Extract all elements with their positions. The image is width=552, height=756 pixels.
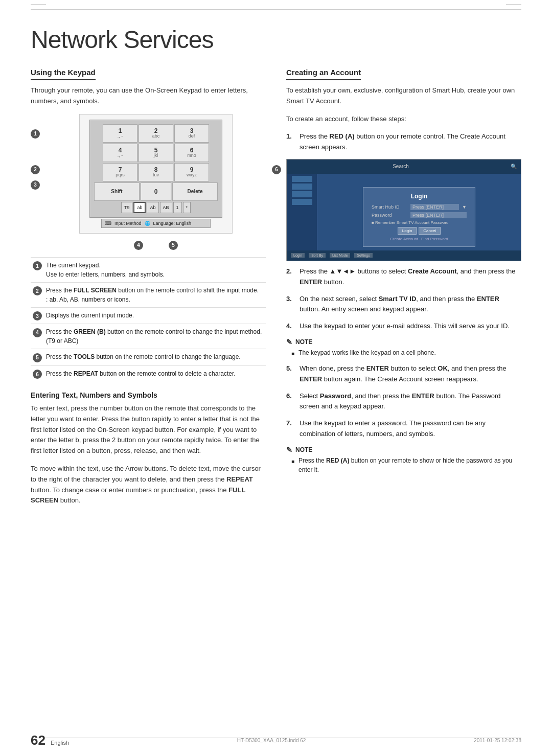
two-column-layout: Using the Keypad Through your remote, yo… (31, 68, 521, 513)
callout-1: 1 (31, 129, 40, 139)
language-footer: English (51, 740, 69, 746)
key-4[interactable]: 4 ., - (103, 144, 137, 162)
step-5-text: When done, press the ENTER button to sel… (300, 363, 521, 385)
note-box-2: ✎ NOTE ■ Press the RED (A) button on you… (286, 446, 521, 474)
screen-main: Login Smart Hub ID Press [ENTER] ▼ Passw… (317, 174, 521, 261)
password-value: Press [ENTER] (410, 212, 467, 218)
screen-top-bar: Search 🔍 (287, 159, 521, 174)
annotation-row-1: 1 The current keypad.Use to enter letter… (31, 257, 266, 282)
note-header-2: ✎ NOTE (286, 446, 521, 454)
key-8[interactable]: 8 tuv (139, 163, 173, 181)
creating-account-title: Creating an Account (286, 68, 361, 80)
annotation-4-text: Press the GREEN (B) button on the remote… (46, 328, 262, 345)
top-line (31, 9, 521, 10)
screen-sidebar (287, 174, 317, 261)
step-3: 3. On the next screen, select Smart TV I… (286, 294, 521, 315)
cancel-btn[interactable]: Cancel (419, 227, 441, 235)
key-9[interactable]: 9 wxyz (174, 163, 209, 181)
using-keypad-title: Using the Keypad (31, 68, 96, 80)
annotation-table: 1 The current keypad.Use to enter letter… (31, 257, 266, 382)
login-bottom-btn[interactable]: Login (291, 253, 305, 258)
step-2-text: Press the ▲▼◄► buttons to select Create … (300, 266, 521, 288)
login-buttons: Login Cancel (372, 227, 467, 235)
smart-hub-id-field: Smart Hub ID Press [ENTER] ▼ (372, 204, 467, 210)
remember-checkbox: ■ Remember Smart TV Account Password (372, 220, 467, 225)
key-shift[interactable]: Shift (94, 182, 140, 201)
key-5[interactable]: 5 jkl (139, 144, 173, 162)
mode-star[interactable]: * (183, 202, 191, 213)
top-line-right (506, 4, 521, 5)
note-1-text: The keypad works like the keypad on a ce… (298, 348, 436, 357)
create-account-link[interactable]: Create Account (390, 237, 418, 241)
creating-account-intro1: To establish your own, exclusive, config… (286, 85, 521, 107)
annotation-3-text: Displays the current input mode. (44, 307, 266, 324)
annotation-6-text: Press the REPEAT button on the remote co… (46, 370, 236, 377)
mode-AB[interactable]: AB (160, 202, 172, 213)
keypad-row-1: 1 ., - 2 abc 3 def (94, 124, 218, 143)
step-1-text: Press the RED (A) button on your remote … (300, 131, 521, 153)
step-3-text: On the next screen, select Smart TV ID, … (300, 294, 521, 315)
step-2: 2. Press the ▲▼◄► buttons to select Crea… (286, 266, 521, 288)
key-2[interactable]: 2 abc (139, 124, 173, 143)
key-7[interactable]: 7 pqrs (103, 163, 137, 181)
page-number: 62 (31, 732, 45, 748)
sortby-bottom-btn[interactable]: Sort By (309, 253, 326, 258)
note-label-2: NOTE (295, 446, 312, 453)
keypad-inner: 1 ., - 2 abc 3 def (89, 120, 222, 218)
entering-text-title: Entering Text, Numbers and Symbols (31, 391, 266, 399)
mode-Ab[interactable]: Ab (147, 202, 158, 213)
step-7-text: Use the keypad to enter a password. The … (300, 418, 521, 440)
note-2-text: Press the RED (A) button on your remote … (298, 456, 521, 474)
login-btn[interactable]: Login (398, 227, 417, 235)
login-links: Create Account Find Password (372, 237, 467, 241)
callout-2: 2 (31, 165, 40, 174)
top-line-left (31, 4, 46, 5)
listmode-bottom-btn[interactable]: List Mode (330, 253, 350, 258)
mode-ab[interactable]: ab (133, 202, 146, 213)
bottom-callouts: 4 5 (46, 241, 266, 250)
find-password-link[interactable]: Find Password (421, 237, 448, 241)
keypad-intro: Through your remote, you can use the On-… (31, 85, 266, 107)
key-zero[interactable]: 0 (141, 182, 171, 201)
creating-account-intro2: To create an account, follow these steps… (286, 114, 521, 125)
mode-1[interactable]: 1 (173, 202, 182, 213)
annotation-1-text: The current keypad.Use to enter letters,… (46, 262, 165, 278)
note-icon-2: ✎ (286, 446, 292, 454)
settings-bottom-btn[interactable]: Settings (354, 253, 372, 258)
screen-body: Login Smart Hub ID Press [ENTER] ▼ Passw… (287, 174, 521, 261)
annotation-row-6: 6 Press the REPEAT button on the remote … (31, 365, 266, 382)
footer-file: HT-D5300_XAA_0125.indd 62 (237, 738, 306, 743)
callout-4: 4 (134, 241, 143, 250)
password-field: Password Press [ENTER] (372, 212, 467, 218)
callout-6: 6 (272, 165, 281, 174)
keypad-diagram: 1 2 3 6 1 ., (46, 114, 266, 250)
callout-5: 5 (169, 241, 178, 250)
annotation-row-3: 3 Displays the current input mode. (31, 307, 266, 324)
key-delete[interactable]: Delete (172, 182, 218, 201)
smart-hub-id-label: Smart Hub ID (372, 204, 407, 210)
step-4-text: Use the keypad to enter your e-mail addr… (300, 321, 510, 332)
smart-hub-id-value: Press [ENTER] (410, 204, 459, 210)
annotation-5-text: Press the TOOLS button on the remote con… (46, 353, 241, 360)
step-7: 7. Use the keypad to enter a password. T… (286, 418, 521, 440)
note-item-2: ■ Press the RED (A) button on your remot… (291, 456, 521, 474)
keypad-box: 1 ., - 2 abc 3 def (79, 114, 233, 234)
entering-text-para2: To move within the text, use the Arrow b… (31, 464, 266, 506)
login-panel: Login Smart Hub ID Press [ENTER] ▼ Passw… (363, 187, 475, 247)
note-label-1: NOTE (295, 338, 312, 346)
mode-t9[interactable]: T9 (121, 202, 133, 213)
right-column: Creating an Account To establish your ow… (286, 68, 521, 513)
left-column: Using the Keypad Through your remote, yo… (31, 68, 266, 513)
step-1: 1. Press the RED (A) button on your remo… (286, 131, 521, 153)
login-title: Login (372, 193, 467, 200)
annotation-2-text: Press the FULL SCREEN button on the remo… (46, 287, 259, 303)
note-header-1: ✎ NOTE (286, 338, 521, 346)
footer-date: 2011-01-25 12:02:38 (474, 738, 521, 743)
keypad-row-shift: Shift 0 Delete (94, 182, 218, 201)
keypad-bottom-bar: ⌨ Input Method 🌐 Language: English (101, 219, 211, 228)
annotation-row-5: 5 Press the TOOLS button on the remote c… (31, 349, 266, 366)
key-1[interactable]: 1 ., - (103, 124, 137, 143)
entering-text-para1: To enter text, press the number button o… (31, 403, 266, 456)
key-6[interactable]: 6 mno (174, 144, 209, 162)
key-3[interactable]: 3 def (174, 124, 209, 143)
